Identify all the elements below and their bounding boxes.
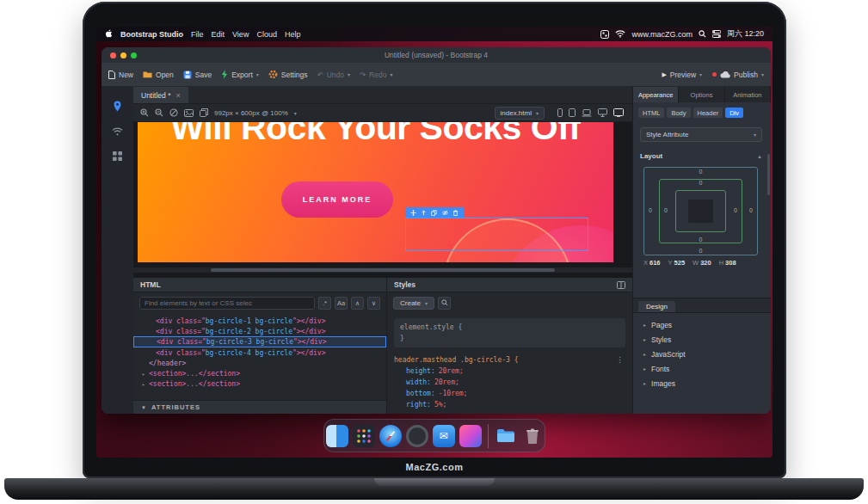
canvas-size-label[interactable]: 992px × 600px @ 100% <box>214 109 288 117</box>
close-tab-icon[interactable]: × <box>176 91 181 100</box>
menu-file[interactable]: File <box>191 30 204 39</box>
tree-row[interactable]: <div class="bg-circle-1 bg-circle"></div… <box>133 316 386 326</box>
image-icon[interactable] <box>184 109 194 117</box>
selection-rectangle[interactable] <box>405 218 588 251</box>
grid-icon[interactable] <box>113 151 122 161</box>
margin-left-value[interactable]: 0 <box>649 207 652 213</box>
open-button[interactable]: Open <box>143 71 174 79</box>
drag-move-icon[interactable] <box>410 210 416 216</box>
tab-design[interactable]: Design <box>638 301 675 312</box>
dock-folder-icon[interactable] <box>495 425 517 447</box>
menubar-app-name[interactable]: Bootstrap Studio <box>120 30 183 39</box>
padding-right-value[interactable]: 0 <box>734 207 737 213</box>
style-attribute-select[interactable]: Style Attribute ▾ <box>640 127 762 142</box>
dock-finder-icon[interactable] <box>326 425 348 447</box>
dock-safari-icon[interactable] <box>379 425 402 447</box>
menu-cloud[interactable]: Cloud <box>256 30 277 39</box>
design-item-images[interactable]: ▸Images <box>633 376 771 390</box>
crumb-header[interactable]: Header <box>693 108 723 118</box>
margin-bottom-value[interactable]: 0 <box>643 248 758 254</box>
layout-section-header[interactable]: Layout ▲ <box>640 152 762 160</box>
window-titlebar[interactable]: Untitled (unsaved) - Bootstrap 4 <box>102 47 771 63</box>
styles-search-button[interactable] <box>438 297 451 310</box>
canvas-page[interactable]: Will Rock Your Socks Off LEARN MORE <box>138 122 613 262</box>
design-item-fonts[interactable]: ▸Fonts <box>633 361 771 376</box>
rule-menu-icon[interactable]: ⋮ <box>616 354 624 366</box>
device-desktop-icon[interactable] <box>598 108 607 117</box>
input-source-icon[interactable] <box>600 30 609 39</box>
box-model-diagram[interactable]: 0 0 0 0 0 0 0 0 <box>643 167 758 255</box>
next-match-button[interactable]: ∨ <box>367 297 380 310</box>
match-case-toggle[interactable]: Aa <box>335 297 348 310</box>
dock-trash-icon[interactable] <box>521 425 544 447</box>
menu-view[interactable]: View <box>232 30 249 39</box>
panel-layout-icon[interactable] <box>617 281 625 289</box>
prev-match-button[interactable]: ∧ <box>351 297 364 310</box>
disable-styles-icon[interactable] <box>169 108 178 117</box>
apple-menu-icon[interactable] <box>105 29 113 39</box>
regex-toggle[interactable]: .* <box>318 297 331 310</box>
tree-row[interactable]: <div class="bg-circle-2 bg-circle"></div… <box>133 326 386 336</box>
menu-help[interactable]: Help <box>285 30 301 39</box>
publish-button[interactable]: Publish▾ <box>712 71 764 79</box>
device-tablet-icon[interactable] <box>569 108 576 117</box>
search-icon[interactable] <box>699 30 706 38</box>
padding-top-value[interactable]: 0 <box>643 180 758 186</box>
dock-launchpad-icon[interactable] <box>353 425 375 447</box>
tree-row[interactable]: <div class="bg-circle-4 bg-circle"></div… <box>133 347 386 358</box>
export-button[interactable]: Export▾ <box>221 70 259 79</box>
tree-row[interactable]: </header> <box>133 358 386 368</box>
attributes-bar[interactable]: ▼ ATTRIBUTES <box>133 400 386 414</box>
crumb-body[interactable]: Body <box>667 108 690 118</box>
dock-photos-icon[interactable] <box>459 425 482 447</box>
signal-icon[interactable] <box>112 127 123 136</box>
canvas-hscrollbar[interactable] <box>133 267 632 273</box>
inspector-scrollbar[interactable] <box>767 154 770 195</box>
layers-icon[interactable] <box>200 108 208 117</box>
tab-appearance[interactable]: Appearance <box>633 87 679 102</box>
undo-button[interactable]: ↶ Undo▾ <box>317 71 350 79</box>
tree-row[interactable]: ▸<section>...</section> <box>133 378 386 389</box>
tree-row-selected[interactable]: <div class="bg-circle-3 bg-circle"></div… <box>133 336 386 347</box>
select-parent-icon[interactable] <box>421 210 427 216</box>
save-button[interactable]: Save <box>183 71 212 79</box>
delete-icon[interactable] <box>452 210 459 216</box>
design-item-pages[interactable]: ▸Pages <box>633 317 771 332</box>
control-center-icon[interactable] <box>712 30 721 38</box>
settings-button[interactable]: Settings <box>268 70 308 79</box>
new-button[interactable]: New <box>108 71 133 79</box>
element-style-block[interactable]: element.style { } <box>394 318 625 347</box>
padding-bottom-value[interactable]: 0 <box>643 237 758 243</box>
duplicate-icon[interactable] <box>431 210 437 216</box>
tab-options[interactable]: Options <box>679 87 724 102</box>
device-laptop-icon[interactable] <box>582 109 592 117</box>
css-rule-block[interactable]: header.masthead .bg-circle-3 {⋮ height:2… <box>394 354 625 410</box>
learn-more-button[interactable]: LEARN MORE <box>281 181 393 218</box>
device-phone-icon[interactable] <box>557 108 563 117</box>
find-elements-input[interactable] <box>139 297 315 310</box>
menubar-clock[interactable]: 周六 12:20 <box>727 28 764 40</box>
menubar-url[interactable]: www.macZG.com <box>631 30 693 39</box>
pin-icon[interactable] <box>113 101 122 112</box>
create-style-button[interactable]: Create ▾ <box>393 297 434 310</box>
dock-camera-icon[interactable] <box>406 425 428 447</box>
padding-left-value[interactable]: 0 <box>664 207 668 213</box>
menu-edit[interactable]: Edit <box>212 30 225 39</box>
device-tv-icon[interactable] <box>613 108 624 117</box>
hero-headline[interactable]: Will Rock Your Socks Off <box>138 122 613 148</box>
dock-mail-icon[interactable]: ✉ <box>433 425 455 447</box>
file-select[interactable]: index.html ▾ <box>495 107 545 120</box>
tab-untitled[interactable]: Untitled * × <box>133 87 188 103</box>
crumb-div[interactable]: Div <box>725 108 743 118</box>
zoom-in-icon[interactable] <box>140 108 149 117</box>
hscrollbar-thumb[interactable] <box>211 268 555 272</box>
margin-top-value[interactable]: 0 <box>643 169 758 175</box>
zoom-out-icon[interactable] <box>155 108 163 117</box>
design-item-javascript[interactable]: ▸JavaScript <box>633 347 771 361</box>
preview-button[interactable]: ▶ Preview▾ <box>662 71 702 79</box>
redo-button[interactable]: ↷ Redo▾ <box>360 71 392 79</box>
crumb-html[interactable]: HTML <box>638 108 664 118</box>
margin-right-value[interactable]: 0 <box>749 207 753 213</box>
design-item-styles[interactable]: ▸Styles <box>633 332 771 347</box>
tree-row[interactable]: ▸<section>...</section> <box>133 368 386 378</box>
